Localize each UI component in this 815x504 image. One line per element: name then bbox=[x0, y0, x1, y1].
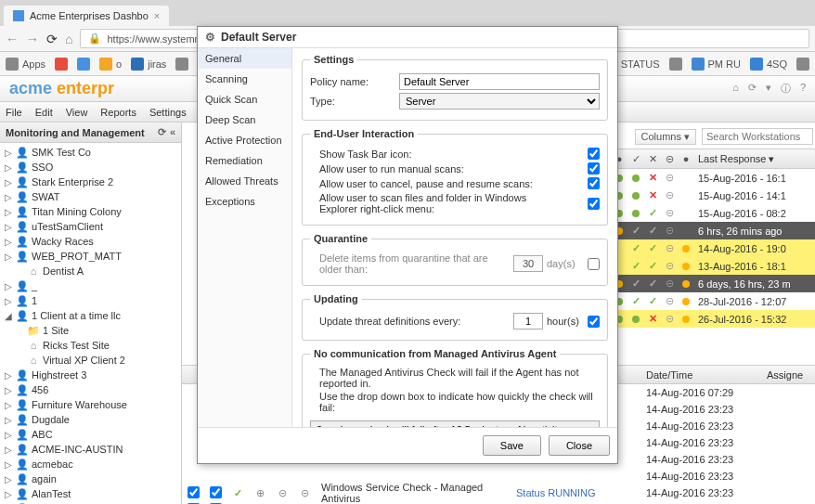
nav-active-protection[interactable]: Active Protection bbox=[198, 130, 291, 150]
tree-node[interactable]: ▷👤Wacky Races bbox=[0, 234, 181, 249]
comm-cycles-select[interactable]: 2 cycles = check will fail after 12.5 mi… bbox=[310, 420, 600, 427]
tree-node[interactable]: ▷👤Highstreet 3 bbox=[0, 368, 181, 382]
chevron-icon[interactable]: ▷ bbox=[4, 252, 13, 262]
chevron-icon[interactable]: ▷ bbox=[4, 192, 13, 202]
chevron-icon[interactable]: ▷ bbox=[4, 400, 13, 410]
help-icon[interactable]: ? bbox=[800, 82, 806, 96]
menu-reports[interactable]: Reports bbox=[100, 107, 136, 118]
tree-node[interactable]: ▷👤SSO bbox=[0, 160, 181, 174]
check-checkbox[interactable] bbox=[210, 486, 222, 498]
forward-button[interactable]: → bbox=[26, 32, 39, 46]
bookmark-item[interactable]: o bbox=[99, 58, 122, 71]
taskbar-checkbox[interactable] bbox=[588, 148, 600, 160]
rightclick-checkbox[interactable] bbox=[588, 198, 600, 210]
assignee-header[interactable]: Assigne bbox=[761, 369, 815, 381]
nav-general[interactable]: General bbox=[198, 48, 291, 69]
tree-node[interactable]: ▷👤SWAT bbox=[0, 189, 181, 204]
dot-header-icon[interactable]: ● bbox=[678, 153, 694, 164]
last-response-header[interactable]: Last Response ▾ bbox=[694, 153, 815, 165]
chevron-icon[interactable]: ▷ bbox=[4, 445, 13, 455]
browser-tab[interactable]: Acme Enterprises Dashbo × bbox=[4, 6, 169, 26]
tree-node[interactable]: ▷👤ABC bbox=[0, 427, 181, 442]
nav-quick-scan[interactable]: Quick Scan bbox=[198, 89, 291, 110]
chevron-icon[interactable]: ▷ bbox=[4, 474, 13, 485]
home-button[interactable]: ⌂ bbox=[65, 32, 72, 46]
bookmark-item[interactable] bbox=[55, 58, 68, 71]
tree-node[interactable]: ◢👤1 Client at a time llc bbox=[0, 308, 181, 323]
tree-node[interactable]: ▷👤acmebac bbox=[0, 457, 181, 472]
cancel-scan-checkbox[interactable] bbox=[588, 177, 600, 189]
quarantine-checkbox[interactable] bbox=[588, 258, 600, 270]
nav-allowed-threats[interactable]: Allowed Threats bbox=[198, 171, 291, 191]
tree-node[interactable]: ⌂Virtual XP Client 2 bbox=[0, 353, 181, 368]
x-header-icon[interactable]: ✕ bbox=[644, 153, 661, 165]
bookmark-item[interactable] bbox=[796, 58, 809, 71]
search-workstations-input[interactable] bbox=[702, 128, 813, 145]
back-button[interactable]: ← bbox=[6, 32, 19, 46]
menu-view[interactable]: View bbox=[66, 107, 88, 118]
dash-header-icon[interactable]: ⊝ bbox=[661, 153, 678, 165]
policy-name-input[interactable] bbox=[399, 73, 600, 90]
menu-settings[interactable]: Settings bbox=[149, 107, 187, 118]
bookmark-item[interactable] bbox=[669, 58, 682, 71]
menu-file[interactable]: File bbox=[6, 107, 22, 118]
chevron-icon[interactable]: ▷ bbox=[4, 162, 13, 173]
chevron-icon[interactable]: ▷ bbox=[4, 237, 13, 247]
updating-hours-input[interactable] bbox=[513, 313, 543, 330]
chevron-icon[interactable]: ▷ bbox=[4, 296, 13, 306]
collapse-icon[interactable]: « bbox=[170, 126, 175, 138]
tree-node[interactable]: ▷👤Stark Enterprise 2 bbox=[0, 174, 181, 189]
refresh-icon[interactable]: ⟳ bbox=[748, 82, 757, 96]
tree-node[interactable]: ▷👤_ bbox=[0, 278, 181, 293]
bell-icon[interactable]: ▾ bbox=[766, 82, 771, 96]
chevron-icon[interactable]: ▷ bbox=[4, 148, 13, 158]
tree-node[interactable]: ▷👤1 bbox=[0, 293, 181, 308]
bookmark-item[interactable]: PM RU bbox=[692, 58, 741, 71]
tree-node[interactable]: ▷👤uTestSamClient bbox=[0, 219, 181, 234]
bookmark-item[interactable] bbox=[77, 58, 90, 71]
chevron-icon[interactable]: ◢ bbox=[4, 311, 13, 321]
chevron-icon[interactable]: ▷ bbox=[4, 489, 13, 499]
chevron-icon[interactable]: ▷ bbox=[4, 459, 13, 470]
tree-node[interactable]: ▷👤SMK Test Co bbox=[0, 145, 181, 160]
updating-checkbox[interactable] bbox=[588, 316, 600, 328]
tree-node[interactable]: ▷👤AlanTest bbox=[0, 486, 181, 501]
tree-node[interactable]: ▷👤again bbox=[0, 472, 181, 486]
check-row[interactable]: ✓⊕⊝⊝Windows Service Check - Managed Anti… bbox=[182, 485, 815, 501]
bookmark-item[interactable]: jiras bbox=[131, 58, 166, 71]
tree-node[interactable]: ▷👤Dugdale bbox=[0, 412, 181, 427]
chevron-icon[interactable]: ▷ bbox=[4, 177, 13, 187]
tree-node[interactable]: ▷👤WEB_PROT_MATT bbox=[0, 249, 181, 264]
chevron-icon[interactable]: ▷ bbox=[4, 415, 13, 425]
chevron-icon[interactable]: ▷ bbox=[4, 281, 13, 291]
tree-node[interactable]: ▷👤Furniture Warehouse bbox=[0, 397, 181, 412]
menu-edit[interactable]: Edit bbox=[35, 107, 53, 118]
close-icon[interactable]: × bbox=[154, 10, 160, 21]
columns-button[interactable]: Columns ▾ bbox=[635, 129, 696, 145]
nav-deep-scan[interactable]: Deep Scan bbox=[198, 110, 291, 130]
check-header-icon[interactable]: ✓ bbox=[627, 153, 644, 165]
info-icon[interactable]: ⓘ bbox=[781, 82, 791, 96]
tree-node[interactable]: ⌂Ricks Test Site bbox=[0, 338, 181, 353]
chevron-icon[interactable]: ▷ bbox=[4, 370, 13, 381]
datetime-header[interactable]: Date/Time bbox=[640, 369, 761, 381]
refresh-icon[interactable]: ⟳ bbox=[158, 126, 166, 138]
bookmark-item[interactable] bbox=[175, 58, 188, 71]
chevron-icon[interactable]: ▷ bbox=[4, 430, 13, 440]
apps-button[interactable]: Apps bbox=[6, 58, 45, 71]
bookmark-item[interactable]: 4SQ bbox=[750, 58, 787, 71]
chevron-icon[interactable]: ▷ bbox=[4, 207, 13, 217]
check-checkbox[interactable] bbox=[188, 486, 200, 498]
chevron-icon[interactable]: ▷ bbox=[4, 385, 13, 395]
manual-scan-checkbox[interactable] bbox=[588, 162, 600, 174]
chevron-icon[interactable]: ▷ bbox=[4, 222, 13, 232]
home-icon[interactable]: ⌂ bbox=[732, 82, 739, 96]
tree-node[interactable]: ⌂Dentist A bbox=[0, 264, 181, 278]
tree-node[interactable]: ▷👤ACME-INC-AUSTIN bbox=[0, 442, 181, 457]
nav-exceptions[interactable]: Exceptions bbox=[198, 191, 291, 212]
reload-button[interactable]: ⟳ bbox=[46, 32, 58, 46]
nav-scanning[interactable]: Scanning bbox=[198, 69, 291, 89]
save-button[interactable]: Save bbox=[483, 435, 541, 456]
tree-node[interactable]: ▷👤456 bbox=[0, 382, 181, 397]
nav-remediation[interactable]: Remediation bbox=[198, 150, 291, 171]
